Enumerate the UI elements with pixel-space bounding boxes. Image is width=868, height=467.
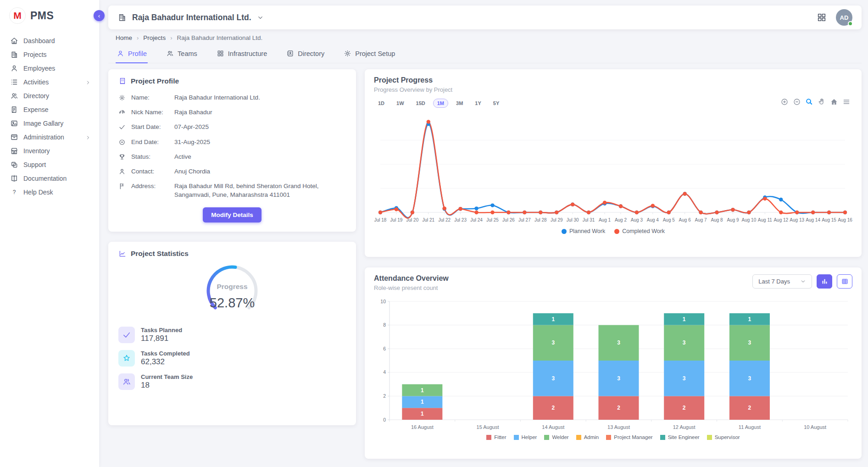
svg-text:16 August: 16 August	[411, 424, 434, 430]
sidebar-item-label: Projects	[23, 51, 91, 58]
sidebar-item-label: Help Desk	[23, 189, 91, 196]
sidebar-item-help-desk[interactable]: ?Help Desk	[0, 185, 99, 199]
selection-zoom-icon[interactable]	[805, 98, 813, 106]
range-button-1d[interactable]: 1D	[374, 99, 389, 108]
gear-icon	[118, 94, 126, 101]
svg-text:Aug 14: Aug 14	[806, 217, 820, 222]
range-button-15d[interactable]: 15D	[412, 99, 429, 108]
breadcrumb-item-home[interactable]: Home	[116, 34, 132, 41]
tab-label: Directory	[298, 50, 324, 57]
sidebar-item-label: Inventory	[23, 147, 91, 155]
zoom-in-icon[interactable]	[780, 98, 789, 106]
store-icon	[10, 147, 18, 155]
legend-item-completed-work[interactable]: Completed Work	[614, 228, 665, 234]
sidebar-item-dashboard[interactable]: Dashboard	[0, 34, 99, 48]
left-column: Project Profile Name:Raja Bahadur Intern…	[108, 69, 356, 425]
tab-project-setup[interactable]: Project Setup	[343, 46, 396, 63]
svg-text:52.87%: 52.87%	[210, 295, 255, 310]
sidebar-item-directory[interactable]: Directory	[0, 89, 99, 103]
range-button-3m[interactable]: 3M	[452, 99, 467, 108]
legend-item-fitter[interactable]: Fitter	[486, 434, 506, 440]
sidebar-item-inventory[interactable]: Inventory	[0, 144, 99, 158]
breadcrumb-separator: ›	[170, 34, 172, 41]
svg-text:14 August: 14 August	[542, 424, 564, 430]
legend-dot	[614, 229, 619, 234]
sidebar-collapse-button[interactable]: ‹	[94, 10, 105, 21]
legend-item-welder[interactable]: Welder	[544, 434, 568, 440]
field-value: Raja Bahadur	[174, 108, 346, 117]
attendance-bar-chart[interactable]: 024681011116 August15 August233114 Augus…	[374, 297, 852, 434]
legend-item-admin[interactable]: Admin	[576, 434, 599, 440]
person-icon	[10, 64, 18, 72]
content: Project Profile Name:Raja Bahadur Intern…	[108, 69, 862, 467]
sidebar-item-employees[interactable]: Employees	[0, 61, 99, 75]
modify-details-button[interactable]: Modify Details	[203, 207, 262, 222]
legend-item-helper[interactable]: Helper	[514, 434, 537, 440]
sidebar-item-activities[interactable]: Activities	[0, 75, 99, 89]
header-actions: AD	[817, 9, 852, 26]
avatar[interactable]: AD	[836, 9, 852, 26]
progress-line-chart[interactable]: Jul 18Jul 19Jul 20Jul 21Jul 22Jul 23Jul …	[374, 110, 852, 227]
svg-text:2: 2	[748, 405, 751, 411]
svg-text:1: 1	[748, 316, 751, 322]
menu-icon[interactable]	[842, 98, 851, 106]
legend-swatch	[707, 435, 712, 440]
svg-text:Jul 18: Jul 18	[374, 217, 387, 222]
sidebar-item-expense[interactable]: Expense	[0, 103, 99, 117]
legend-swatch	[544, 435, 549, 440]
tab-teams[interactable]: Teams	[165, 46, 198, 63]
range-button-1y[interactable]: 1Y	[471, 99, 485, 108]
field-label: Nick Name:	[131, 108, 169, 117]
breadcrumb-item-projects[interactable]: Projects	[143, 34, 166, 41]
apps-grid-button[interactable]	[817, 12, 827, 22]
tab-infrastructure[interactable]: Infrastructure	[216, 46, 268, 63]
legend-item-site-engineer[interactable]: Site Engineer	[660, 434, 700, 440]
breadcrumb-separator: ›	[137, 34, 139, 41]
sidebar-item-documentation[interactable]: Documentation	[0, 172, 99, 185]
legend-item-supervisor[interactable]: Supervisor	[707, 434, 740, 440]
svg-text:10: 10	[380, 299, 386, 304]
range-button-5y[interactable]: 5Y	[489, 99, 503, 108]
table-view-button[interactable]	[837, 274, 852, 289]
svg-text:Aug 3: Aug 3	[631, 217, 643, 222]
stat-value: 18	[141, 381, 193, 390]
range-button-1m[interactable]: 1M	[433, 99, 448, 108]
field-value: Raja Bahadur International Ltd.	[174, 94, 346, 102]
sidebar-item-projects[interactable]: Projects	[0, 48, 99, 61]
pan-icon[interactable]	[818, 98, 826, 106]
sidebar-item-support[interactable]: Support	[0, 158, 99, 172]
tab-profile[interactable]: Profile	[116, 46, 148, 63]
app-root: M PMS DashboardProjectsEmployeesActiviti…	[0, 0, 868, 467]
legend-item-planned-work[interactable]: Planned Work	[562, 228, 605, 234]
legend-swatch	[606, 435, 611, 440]
svg-text:3: 3	[748, 375, 751, 382]
top-header: Raja Bahadur International Ltd. AD	[108, 6, 862, 29]
sidebar-item-administration[interactable]: Administration	[0, 130, 99, 144]
star-icon	[118, 350, 135, 367]
svg-text:Aug 7: Aug 7	[695, 217, 707, 222]
attendance-subtitle: Role-wise present count	[374, 284, 449, 291]
profile-field-status: Status:Active	[118, 153, 346, 161]
sidebar-item-image-gallary[interactable]: Image Gallary	[0, 117, 99, 130]
date-range-value: Last 7 Days	[758, 278, 790, 285]
reset-zoom-icon[interactable]	[830, 98, 838, 106]
legend-item-project-manager[interactable]: Project Manager	[606, 434, 652, 440]
svg-text:1: 1	[551, 316, 555, 322]
people-icon	[10, 92, 18, 100]
stat-label: Tasks Planned	[141, 327, 182, 334]
svg-text:8: 8	[383, 322, 386, 328]
legend-label: Fitter	[494, 434, 506, 440]
field-value: Raja Bahadur Mill Rd, behind Sheraton Gr…	[174, 182, 346, 199]
range-button-1w[interactable]: 1W	[392, 99, 408, 108]
tab-directory[interactable]: Directory	[285, 46, 325, 63]
chart-view-button[interactable]	[817, 274, 832, 289]
company-selector[interactable]: Raja Bahadur International Ltd.	[117, 13, 264, 22]
online-status-dot	[848, 21, 853, 26]
chevron-down-icon	[257, 14, 264, 21]
progress-gauge: Progress52.87%	[118, 261, 346, 315]
svg-text:3: 3	[551, 339, 555, 346]
zoom-out-icon[interactable]	[793, 98, 801, 106]
stat-item-current-team-size: Current Team Size18	[118, 373, 346, 390]
sidebar-item-label: Dashboard	[23, 37, 91, 44]
date-range-dropdown[interactable]: Last 7 Days	[752, 274, 812, 289]
